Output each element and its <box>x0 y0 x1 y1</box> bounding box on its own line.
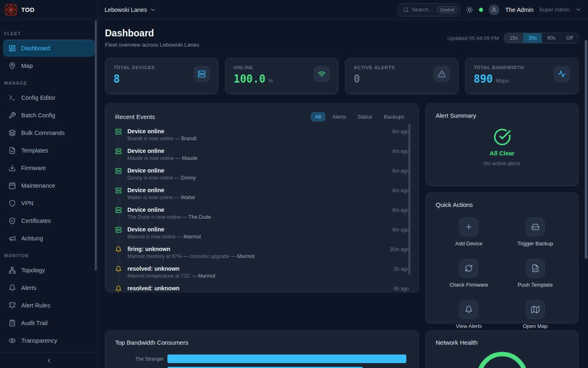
add-device-action[interactable]: Add Device <box>436 218 502 247</box>
main-scrollbar[interactable] <box>585 40 587 259</box>
alert-summary-title: Alert Summary <box>436 112 568 119</box>
sidebar-item-maintenance[interactable]: Maintenance <box>3 177 94 194</box>
sidebar-item-achtung[interactable]: Achtung <box>3 230 94 247</box>
download-icon <box>9 164 16 172</box>
topbar: TOD Lebowski Lanes Search... Cmd+K The A… <box>0 0 588 20</box>
sidebar-item-transparency[interactable]: Transparency <box>3 332 94 349</box>
check-circle-icon <box>493 128 511 146</box>
event-row: Device online6m ago Maude is now online … <box>115 148 409 161</box>
refresh-option-15s[interactable]: 15s <box>504 33 523 43</box>
sidebar-item-alert-rules[interactable]: Alert Rules <box>3 297 94 314</box>
sidebar-collapse-button[interactable] <box>0 352 98 368</box>
clipboard-list-icon <box>9 319 16 327</box>
connection-status-dot <box>479 8 483 12</box>
bell-ring-icon <box>9 302 16 309</box>
bandwidth-bar <box>167 355 406 363</box>
search-input[interactable]: Search... Cmd+K <box>398 3 460 16</box>
bell-icon <box>9 284 16 292</box>
sidebar-item-dashboard[interactable]: Dashboard <box>3 40 94 56</box>
push-template-action[interactable]: Push Template <box>502 259 569 288</box>
event-title: Device online <box>127 167 164 174</box>
stat-label: TOTAL DEVICES <box>114 65 194 70</box>
sidebar-item-templates[interactable]: Templates <box>3 142 94 159</box>
action-label: Add Device <box>455 240 482 247</box>
tab-status[interactable]: Status <box>353 112 377 121</box>
chevron-down-icon <box>150 7 156 13</box>
plus-icon[interactable] <box>459 218 478 236</box>
stat-card-total-devices: TOTAL DEVICES 8 <box>105 58 218 94</box>
main-content: Dashboard Fleet overview across Lebowski… <box>98 20 588 368</box>
trigger-backup-action[interactable]: Trigger Backup <box>502 218 569 247</box>
sidebar-item-label: Config Editor <box>21 94 56 101</box>
refresh-option-30s[interactable]: 30s <box>523 33 542 43</box>
sidebar-item-batch-config[interactable]: Batch Config <box>3 107 94 123</box>
tab-alerts[interactable]: Alerts <box>328 112 350 121</box>
sidebar-item-config-editor[interactable]: Config Editor <box>3 89 94 106</box>
quick-actions-title: Quick Actions <box>436 201 473 208</box>
event-row: firing: unknown35m ago Marmot memory at … <box>115 246 409 259</box>
server-icon <box>115 148 122 157</box>
action-label: Trigger Backup <box>517 240 553 247</box>
bell-icon <box>115 265 122 274</box>
events-scrollbar[interactable] <box>408 123 410 275</box>
sidebar-item-certificates[interactable]: Certificates <box>3 212 94 229</box>
server-icon <box>115 128 122 137</box>
event-time: 6m ago <box>392 168 409 174</box>
sidebar-item-label: Achtung <box>21 235 43 242</box>
sidebar-item-label: VPN <box>21 200 33 206</box>
stat-value: 0 <box>354 73 360 85</box>
avatar[interactable] <box>489 4 499 15</box>
fleet-selector[interactable]: Lebowski Lanes <box>105 7 156 13</box>
event-title: Device online <box>127 206 164 213</box>
bandwidth-row: The Stranger <box>115 355 409 363</box>
event-device: Maude <box>182 155 197 161</box>
wifi-icon <box>314 66 330 82</box>
sidebar-item-map[interactable]: Map <box>3 57 94 74</box>
bell-icon <box>115 246 122 255</box>
user-menu-chevron-icon[interactable] <box>575 7 581 13</box>
sidebar-item-topology[interactable]: Topology <box>3 262 94 278</box>
event-row: Device online6m ago The Dude is now onli… <box>115 206 409 220</box>
refresh-icon[interactable] <box>459 259 478 278</box>
hard-drive-icon[interactable] <box>526 218 545 236</box>
tab-all[interactable]: All <box>311 112 325 121</box>
file-code-icon[interactable] <box>526 259 545 278</box>
fleet-name: Lebowski Lanes <box>105 7 147 13</box>
bell-icon[interactable] <box>459 300 478 319</box>
network-icon <box>9 267 16 274</box>
sidebar-item-alerts[interactable]: Alerts <box>3 279 94 296</box>
tab-backups[interactable]: Backups <box>379 112 409 121</box>
event-detail: Marmot temperature at 72C — <box>127 273 197 279</box>
theme-toggle-sun-icon[interactable] <box>466 6 473 13</box>
event-device: Walter <box>181 195 196 200</box>
sidebar-item-audit-trail[interactable]: Audit Trail <box>3 314 94 331</box>
event-title: Device online <box>127 187 164 193</box>
map-pin-icon <box>9 62 16 70</box>
dashboard-icon <box>9 45 16 52</box>
view-alerts-action[interactable]: View Alerts <box>436 300 502 329</box>
event-filter-tabs: All Alerts Status Backups <box>311 112 409 121</box>
event-row: Device online6m ago Marmot is now online… <box>115 226 409 240</box>
sidebar-item-firmware[interactable]: Firmware <box>3 159 94 176</box>
sidebar-item-label: Batch Config <box>21 112 55 119</box>
sidebar-item-label: Dashboard <box>21 45 50 52</box>
sidebar-item-vpn[interactable]: VPN <box>3 195 94 211</box>
check-firmware-action[interactable]: Check Firmware <box>436 259 502 288</box>
activity-icon <box>554 66 570 82</box>
megaphone-icon <box>9 235 16 242</box>
alert-detail-text: No active alerts <box>484 160 521 166</box>
event-time: 4h ago <box>394 286 409 292</box>
map-icon[interactable] <box>526 300 545 319</box>
event-title: resolved: unknown <box>127 265 180 272</box>
open-map-action[interactable]: Open Map <box>502 300 569 329</box>
sidebar-item-bulk-commands[interactable]: Bulk Commands <box>3 124 94 141</box>
refresh-option-off[interactable]: Off <box>561 33 578 43</box>
page-subtitle: Fleet overview across Lebowski Lanes <box>105 42 199 48</box>
sidebar-scrollbar[interactable] <box>95 20 97 271</box>
sidebar-item-label: Firmware <box>21 165 46 171</box>
stat-label: ACTIVE ALERTS <box>354 65 434 70</box>
bandwidth-chart: The Stranger Walter <box>115 355 409 368</box>
event-detail: Walter is now online — <box>127 195 179 200</box>
refresh-option-60s[interactable]: 60s <box>542 33 561 43</box>
recent-events-panel: Recent Events All Alerts Status Backups … <box>105 103 419 292</box>
